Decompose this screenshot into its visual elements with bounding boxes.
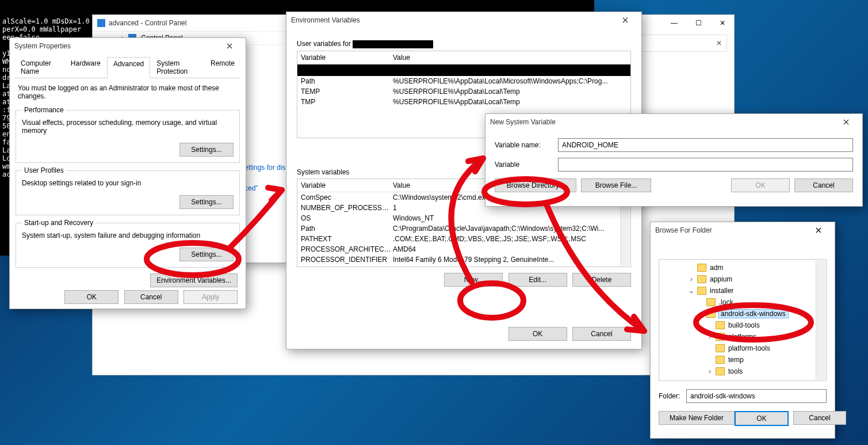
tab-advanced[interactable]: Advanced: [107, 57, 150, 78]
user-vars-label: User variables for: [297, 40, 351, 48]
folder-input[interactable]: [686, 389, 827, 403]
tab-hardware[interactable]: Hardware: [64, 56, 107, 78]
cancel-button[interactable]: Cancel: [794, 178, 853, 192]
tree-label[interactable]: tools: [727, 367, 743, 375]
col-variable[interactable]: Variable: [301, 54, 393, 62]
tree-label[interactable]: installer: [709, 287, 733, 295]
tab-remote[interactable]: Remote: [204, 56, 241, 78]
tab-strip: Computer NameHardwareAdvancedSystem Prot…: [14, 56, 241, 78]
user-profiles-group: User Profiles Desktop settings related t…: [16, 166, 240, 215]
tree-node[interactable]: temp: [660, 354, 825, 366]
apply-button: Apply: [183, 290, 238, 304]
table-row[interactable]: PATHEXT.COM;.EXE;.BAT;.CMD;.VBS;.VBE;.JS…: [297, 234, 630, 244]
close-button[interactable]: [835, 114, 858, 130]
system-new-button[interactable]: New...: [444, 273, 503, 287]
folder-icon: [697, 287, 706, 295]
close-button[interactable]: [614, 12, 637, 28]
folder-icon: [716, 321, 725, 329]
tree-node[interactable]: adm: [660, 262, 825, 273]
tree-node[interactable]: ›platforms: [660, 331, 825, 343]
browse-file-button[interactable]: Browse File...: [581, 178, 651, 192]
cancel-button[interactable]: Cancel: [124, 290, 178, 304]
tree-node[interactable]: ⌄android-sdk-windows: [660, 308, 825, 320]
chevron-right-icon[interactable]: ›: [688, 275, 695, 283]
minimize-button[interactable]: —: [663, 15, 686, 31]
table-row[interactable]: OSWindows_NT: [297, 213, 630, 223]
tree-node[interactable]: build-tools: [660, 320, 825, 331]
system-edit-button[interactable]: Edit...: [508, 273, 567, 287]
chevron-right-icon[interactable]: ›: [706, 367, 713, 375]
close-icon[interactable]: ✕: [716, 39, 722, 47]
make-new-folder-button[interactable]: Make New Folder: [659, 411, 735, 425]
app-icon: [97, 19, 105, 27]
window-title: New System Variable: [490, 118, 556, 126]
titlebar[interactable]: System Properties: [10, 38, 246, 54]
maximize-button[interactable]: ☐: [687, 15, 710, 31]
tab-computer-name[interactable]: Computer Name: [14, 56, 64, 78]
tree-label[interactable]: platforms: [727, 333, 756, 341]
startup-settings-button[interactable]: Settings...: [179, 248, 234, 261]
tree-node[interactable]: ⌄installer: [660, 285, 825, 296]
link-fragment-1[interactable]: ettings for dis: [244, 163, 285, 172]
tree-label[interactable]: build-tools: [727, 321, 760, 329]
ok-button[interactable]: OK: [64, 290, 118, 304]
system-delete-button[interactable]: Delete: [572, 273, 631, 287]
variable-name-input[interactable]: [558, 138, 853, 152]
user-profiles-settings-button[interactable]: Settings...: [179, 195, 234, 209]
table-row[interactable]: TMP%USERPROFILE%\AppData\Local\Temp: [297, 97, 630, 107]
tree-label[interactable]: android-sdk-windows: [718, 309, 789, 318]
admin-note: You must be logged on as an Administrato…: [10, 78, 246, 102]
table-row[interactable]: PROCESSOR_ARCHITECTUREAMD64: [297, 244, 630, 254]
window-title: Browse For Folder: [655, 226, 712, 234]
tree-node[interactable]: ›tools: [660, 366, 825, 377]
browse-directory-button[interactable]: Browse Directory...: [495, 178, 576, 192]
tree-label[interactable]: platform-tools: [727, 344, 770, 352]
tree-label[interactable]: adm: [709, 264, 723, 272]
system-properties-dialog: System Properties Computer NameHardwareA…: [9, 37, 246, 309]
folder-icon: [697, 275, 706, 283]
close-button[interactable]: [218, 38, 241, 54]
chevron-down-icon[interactable]: ⌄: [688, 287, 695, 295]
tree-node[interactable]: ›appium: [660, 273, 825, 285]
tree-label[interactable]: appium: [709, 275, 732, 283]
ok-button[interactable]: OK: [735, 411, 789, 426]
titlebar[interactable]: Browse For Folder: [651, 222, 835, 238]
scrollbar[interactable]: [816, 260, 825, 380]
browse-for-folder-dialog: Browse For Folder adm›appium⌄installer.l…: [650, 222, 835, 439]
titlebar[interactable]: New System Variable: [485, 114, 862, 130]
folder-icon: [706, 310, 716, 318]
tree-label[interactable]: temp: [727, 356, 744, 364]
chevron-right-icon[interactable]: ›: [706, 333, 713, 341]
folder-icon: [697, 264, 706, 272]
close-button[interactable]: ✕: [711, 15, 734, 31]
table-row[interactable]: Path%USERPROFILE%\AppData\Local\Microsof…: [297, 76, 630, 86]
folder-icon: [716, 333, 725, 341]
variable-value-label: Variable: [495, 161, 558, 169]
titlebar[interactable]: advanced - Control Panel: [93, 15, 287, 31]
col-variable[interactable]: Variable: [301, 181, 393, 189]
col-value[interactable]: Value: [393, 54, 627, 62]
redacted-username: [353, 40, 433, 48]
cancel-button[interactable]: Cancel: [572, 327, 631, 341]
table-row[interactable]: PROCESSOR_IDENTIFIERIntel64 Family 6 Mod…: [297, 254, 630, 265]
table-row[interactable]: PathC:\ProgramData\Oracle\Java\javapath;…: [297, 223, 630, 234]
tree-node[interactable]: platform-tools: [660, 343, 825, 354]
table-row[interactable]: TEMP%USERPROFILE%\AppData\Local\Temp: [297, 86, 630, 97]
performance-settings-button[interactable]: Settings...: [179, 143, 234, 157]
link-fragment-2[interactable]: ced": [244, 184, 258, 192]
tree-label[interactable]: .lock: [718, 298, 733, 306]
environment-variables-button[interactable]: Environment Variables...: [150, 273, 238, 287]
ok-button[interactable]: OK: [508, 327, 567, 341]
close-button[interactable]: [807, 222, 830, 238]
variable-value-input[interactable]: [558, 158, 853, 172]
tree-node[interactable]: .lock: [660, 296, 825, 308]
redacted-row[interactable]: [297, 64, 630, 76]
tab-system-protection[interactable]: System Protection: [150, 56, 204, 78]
folder-tree[interactable]: adm›appium⌄installer.lock⌄android-sdk-wi…: [659, 259, 827, 381]
chevron-down-icon[interactable]: ⌄: [697, 310, 704, 318]
ok-button: OK: [731, 178, 790, 192]
titlebar[interactable]: Environment Variables: [286, 12, 641, 28]
folder-icon: [706, 298, 716, 306]
window-title: advanced - Control Panel: [109, 19, 186, 27]
cancel-button[interactable]: Cancel: [793, 411, 846, 425]
